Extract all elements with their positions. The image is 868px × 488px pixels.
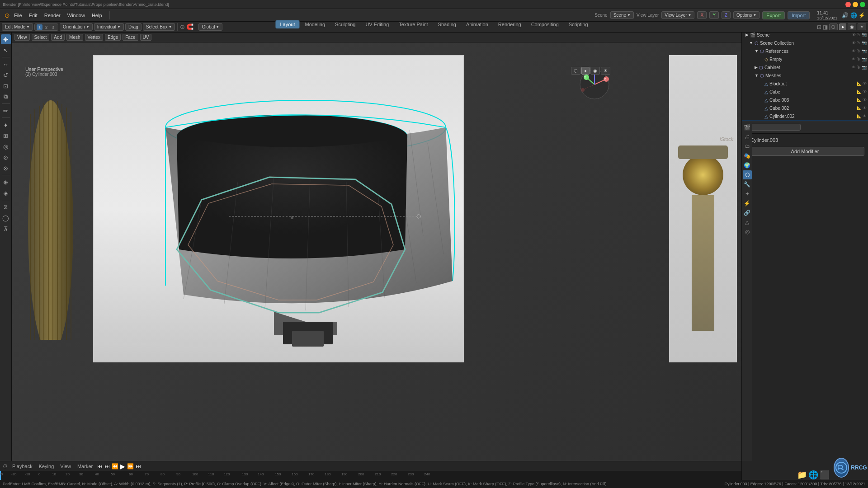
view-menu[interactable]: View — [14, 34, 30, 41]
proportional-edit-btn[interactable]: ⊙ — [180, 23, 185, 30]
menu-edit[interactable]: Edit — [26, 12, 40, 19]
taskbar-icon-chrome[interactable]: 🌐 — [808, 470, 818, 480]
drag-btn[interactable]: Drag — [125, 23, 142, 31]
scene-collection-row[interactable]: ▼ ⬡ Scene Collection 👁 🖱 📷 — [742, 39, 868, 47]
menu-render[interactable]: Render — [42, 12, 63, 19]
prop-object-icon[interactable]: ⬡ — [743, 170, 752, 179]
rip-btn[interactable]: ⊼ — [1, 224, 11, 234]
edit-mode-dropdown[interactable]: Edit Mode ▼ — [2, 23, 33, 31]
tab-uv-editing[interactable]: UV Editing — [361, 20, 393, 28]
global-dropdown[interactable]: Global ▼ — [198, 23, 222, 31]
prop-output-icon[interactable]: 🖨 — [743, 132, 752, 141]
timeline-tab-keying[interactable]: Keying — [37, 463, 56, 470]
render-btn[interactable]: ☀ — [858, 23, 866, 30]
taskbar-icon-terminal[interactable]: ⬛ — [820, 470, 830, 480]
solid-btn[interactable]: ● — [839, 23, 846, 30]
vertex-menu[interactable]: Vertex — [85, 34, 103, 41]
cabinet-row[interactable]: ▶ ⬡ Cabinet 👁 🖱 📷 — [742, 63, 868, 71]
xray-toggle[interactable]: ◨ — [823, 24, 828, 30]
prop-obj-data-icon[interactable]: △ — [743, 218, 752, 227]
tab-scripting[interactable]: Scripting — [564, 20, 593, 28]
orientation-dropdown[interactable]: Orientation ▼ — [60, 23, 93, 31]
extrude-tool-btn[interactable]: ♦ — [1, 120, 11, 130]
main-viewport[interactable]: iStock by Getty Images iStock by Getty I… — [12, 33, 741, 461]
tab-compositing[interactable]: Compositing — [527, 20, 563, 28]
tab-texture-paint[interactable]: Texture Paint — [394, 20, 432, 28]
axis-y-btn[interactable]: Y — [709, 11, 719, 19]
mesh-mode-badges[interactable]: 1 2 3 — [34, 23, 58, 31]
tab-animation[interactable]: Animation — [462, 20, 493, 28]
bevel-tool-btn[interactable]: ◎ — [1, 141, 11, 151]
uv-menu[interactable]: UV — [140, 34, 152, 41]
close-btn[interactable] — [845, 2, 851, 7]
select-tool-btn[interactable]: ↖ — [1, 45, 11, 55]
smooth-tool-btn[interactable]: ⊕ — [1, 177, 11, 187]
timeline-ruler[interactable]: -30 -20 -10 0 10 20 30 40 50 60 70 80 90… — [0, 471, 868, 480]
tab-shading[interactable]: Shading — [434, 20, 461, 28]
add-menu[interactable]: Add — [51, 34, 65, 41]
annotate-tool-btn[interactable]: ✏ — [1, 106, 11, 116]
scale-tool-btn[interactable]: ⊡ — [1, 81, 11, 91]
references-row[interactable]: ▼ ⬡ References 👁 🖱 📷 — [742, 47, 868, 55]
tab-rendering[interactable]: Rendering — [494, 20, 526, 28]
view-layer-dropdown[interactable]: View Layer ▼ — [661, 11, 694, 19]
cube-row[interactable]: ▶ △ Cube 📐 👁 — [742, 88, 868, 96]
transform-tool-btn[interactable]: ⧉ — [1, 92, 11, 102]
tab-sculpting[interactable]: Sculpting — [330, 20, 360, 28]
select-menu[interactable]: Select — [32, 34, 50, 41]
menu-help[interactable]: Help — [89, 12, 105, 19]
move-tool-btn[interactable]: ↔ — [1, 59, 11, 69]
timeline-tab-marker[interactable]: Marker — [75, 463, 94, 470]
prop-constraints-icon[interactable]: 🔗 — [743, 208, 752, 217]
shrink-tool-btn[interactable]: ◈ — [1, 188, 11, 198]
timeline-tab-playback[interactable]: Playback — [10, 463, 34, 470]
loop-cut-btn[interactable]: ⊘ — [1, 152, 11, 162]
tab-modeling[interactable]: Modeling — [300, 20, 330, 28]
timeline-tab-view[interactable]: View — [58, 463, 73, 470]
face-menu[interactable]: Face — [123, 34, 138, 41]
mesh-menu[interactable]: Mesh — [66, 34, 83, 41]
cursor-tool-btn[interactable]: ✥ — [1, 34, 11, 44]
knife-tool-btn[interactable]: ⊗ — [1, 163, 11, 173]
prop-scene-icon[interactable]: 🎭 — [743, 151, 752, 160]
vp-shade-3[interactable]: ◉ — [590, 67, 600, 75]
next-frame-btn[interactable]: ⏩ — [127, 463, 134, 469]
snap-btn[interactable]: 🧲 — [186, 23, 193, 30]
maximize-btn[interactable] — [860, 2, 865, 7]
minimize-btn[interactable] — [853, 2, 858, 7]
overlay-toggle[interactable]: ⊡ — [817, 24, 821, 30]
prop-view-icon[interactable]: 🗂 — [743, 142, 752, 151]
cube003-row[interactable]: ▶ △ Cube.003 📐 👁 — [742, 96, 868, 104]
material-btn[interactable]: ◉ — [848, 23, 856, 30]
add-modifier-button[interactable]: Add Modifier — [745, 147, 864, 156]
inset-tool-btn[interactable]: ⊞ — [1, 131, 11, 141]
vp-shade-1[interactable]: ⬡ — [571, 67, 580, 75]
rotate-tool-btn[interactable]: ↺ — [1, 70, 11, 80]
import-button[interactable]: Import — [788, 11, 810, 19]
taskbar-icon-folder[interactable]: 📁 — [797, 470, 807, 480]
meshes-row[interactable]: ▼ ⬡ Meshes — [742, 71, 868, 80]
prev-keyframe-btn[interactable]: ⏭ — [104, 463, 110, 469]
prop-particles-icon[interactable]: ✦ — [743, 189, 752, 198]
scene-dropdown[interactable]: Scene ▼ — [610, 11, 634, 19]
shear-tool-btn[interactable]: ⧖ — [1, 202, 11, 212]
pivot-dropdown[interactable]: Individual ▼ — [94, 23, 124, 31]
edge-menu[interactable]: Edge — [105, 34, 121, 41]
wireframe-btn[interactable]: ⬡ — [829, 23, 838, 30]
prop-modifier-icon[interactable]: 🔧 — [743, 180, 752, 189]
empty-row[interactable]: ▶ ◇ Empty 👁 🖱 📷 — [742, 55, 868, 63]
props-search[interactable]: 🔍 — [745, 124, 801, 131]
prop-physics-icon[interactable]: ⚡ — [743, 199, 752, 208]
blockout-row[interactable]: ▶ △ Blockout 📐 👁 — [742, 80, 868, 88]
menu-file[interactable]: File — [11, 12, 25, 19]
to-sphere-btn[interactable]: ◯ — [1, 213, 11, 223]
jump-start-btn[interactable]: ⏮ — [97, 463, 103, 469]
vp-shade-2[interactable]: ● — [581, 67, 590, 75]
select-mode-dropdown[interactable]: Select Box ▼ — [143, 23, 175, 31]
vp-shade-4[interactable]: ☀ — [601, 67, 610, 75]
prop-material-icon[interactable]: ◎ — [743, 227, 752, 236]
cylinder002-row[interactable]: ▶ △ Cylinder.002 📐 👁 — [742, 112, 868, 120]
play-btn[interactable]: ▶ — [120, 463, 125, 470]
options-dropdown[interactable]: Options ▼ — [733, 11, 760, 19]
props-search-input[interactable] — [753, 125, 798, 130]
